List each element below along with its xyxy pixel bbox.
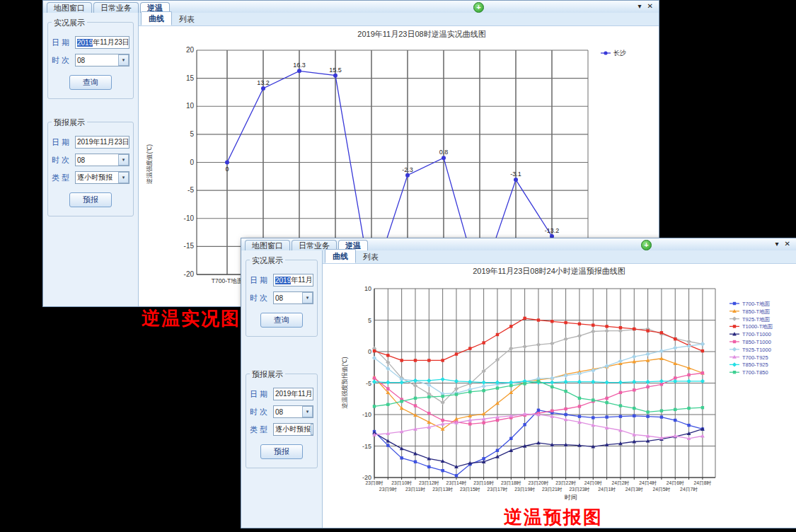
add-icon[interactable]: +: [641, 240, 652, 250]
svg-text:23日8时: 23日8时: [366, 480, 383, 486]
dropdown-icon[interactable]: ▾: [302, 406, 313, 417]
svg-text:24日1时: 24日1时: [598, 487, 616, 492]
live-display-group: 实况展示 日 期 2019年11月23日 ▴▾ ∨ 时 次 08 ▾: [246, 260, 318, 337]
svg-text:-15: -15: [184, 242, 195, 250]
svg-text:10: 10: [186, 102, 195, 110]
type-combo[interactable]: 逐小时预报 ▾: [273, 423, 313, 436]
forecast-button[interactable]: 预报: [260, 444, 303, 459]
hour-label: 时 次: [52, 55, 75, 66]
svg-text:23日11时: 23日11时: [405, 487, 425, 492]
dropdown-icon[interactable]: ▾: [311, 424, 313, 435]
hour-combo[interactable]: 08 ▾: [273, 291, 313, 304]
svg-text:23日15时: 23日15时: [460, 487, 480, 492]
svg-text:T700-T地面: T700-T地面: [742, 301, 771, 307]
svg-text:T700-T925: T700-T925: [742, 354, 768, 361]
date-value: 2019年11月23日: [275, 389, 313, 399]
svg-text:-15: -15: [362, 443, 371, 450]
dropdown-icon[interactable]: ▾: [118, 54, 129, 66]
svg-text:23日19时: 23日19时: [514, 487, 535, 492]
hour-label: 时 次: [250, 293, 273, 303]
chart-tabbar: 曲线 列表: [139, 13, 659, 26]
hour-combo[interactable]: 08 ▾: [75, 154, 129, 166]
date-field[interactable]: 2019年11月23日 ▴▾ ∨: [273, 388, 313, 400]
tab-daily-business[interactable]: 日常业务: [93, 2, 139, 13]
forecast-button[interactable]: 预报: [69, 192, 112, 207]
chart-tabbar: 曲线 列表: [323, 250, 796, 264]
date-field[interactable]: 2019年11月23日 ▴▾ ∨: [273, 274, 313, 287]
group-title: 预报展示: [52, 117, 87, 128]
hour-value: 08: [77, 57, 85, 64]
svg-text:23日23时: 23日23时: [570, 487, 590, 492]
close-icon[interactable]: ✕: [785, 240, 790, 248]
svg-text:T850-T地面: T850-T地面: [742, 308, 771, 315]
svg-text:T1000-T地面: T1000-T地面: [742, 323, 773, 330]
forecast-window-sidebar: 实况展示 日 期 2019年11月23日 ▴▾ ∨ 时 次 08 ▾: [241, 250, 323, 528]
svg-text:23日13时: 23日13时: [432, 487, 453, 492]
svg-text:23日20时: 23日20时: [529, 480, 549, 486]
group-title: 实况展示: [250, 255, 285, 266]
svg-text:-13.2: -13.2: [545, 227, 560, 234]
svg-text:24日2时: 24日2时: [611, 480, 629, 486]
type-combo[interactable]: 逐小时预报 ▾: [75, 171, 129, 184]
tab-list[interactable]: 列表: [356, 250, 386, 263]
svg-text:-5: -5: [188, 186, 194, 194]
window-menu-icon[interactable]: ▾: [775, 240, 779, 248]
svg-text:2019年11月23日08时24小时逆温预报曲线图: 2019年11月23日08时24小时逆温预报曲线图: [473, 267, 625, 275]
tab-map-window[interactable]: 地图窗口: [47, 2, 92, 13]
hour-combo[interactable]: 08 ▾: [75, 54, 129, 66]
svg-text:-20: -20: [184, 270, 195, 278]
svg-text:15: 15: [186, 74, 195, 82]
date-label: 日 期: [250, 275, 273, 286]
svg-text:24日4时: 24日4时: [639, 480, 657, 486]
caption-forecast: 逆温预报图: [504, 505, 603, 530]
svg-text:23日10时: 23日10时: [391, 480, 412, 486]
hour-combo[interactable]: 08 ▾: [273, 405, 313, 418]
live-window-tabstrip: 地图窗口 日常业务 逆温 + ▾ ✕: [43, 1, 659, 13]
add-icon[interactable]: +: [473, 2, 484, 13]
forecast-window-main: 曲线 列表 -20-15-10-505102019年11月23日08时24小时逆…: [323, 250, 796, 528]
tab-curve[interactable]: 曲线: [325, 249, 356, 263]
tab-map-window[interactable]: 地图窗口: [245, 240, 290, 250]
svg-text:5: 5: [368, 317, 371, 324]
svg-text:23日16时: 23日16时: [473, 480, 494, 486]
svg-text:逆温强度预报值(℃): 逆温强度预报值(℃): [341, 357, 348, 408]
svg-text:2019年11月23日08时逆温实况曲线图: 2019年11月23日08时逆温实况曲线图: [357, 30, 485, 38]
date-field[interactable]: 2019年11月23日 ▴▾ ∨: [75, 136, 129, 149]
date-field[interactable]: 2019年11月23日 ▴▾ ∨: [75, 36, 129, 49]
svg-text:24日7时: 24日7时: [680, 487, 698, 492]
svg-text:-10: -10: [362, 411, 371, 418]
date-rest-text: 年11月23日: [291, 275, 313, 285]
dropdown-icon[interactable]: ▾: [302, 292, 313, 303]
svg-text:T925-T地面: T925-T地面: [742, 316, 771, 323]
tab-curve[interactable]: 曲线: [141, 11, 172, 25]
window-menu-icon[interactable]: ▾: [638, 2, 642, 10]
dropdown-icon[interactable]: ▾: [118, 154, 129, 166]
forecast-display-group: 预报展示 日 期 2019年11月23日 ▴▾ ∨ 时 次 08 ▾: [47, 122, 134, 216]
date-selected-text: 2019: [275, 277, 291, 284]
group-title: 预报展示: [250, 369, 285, 380]
date-rest-text: 年11月23日: [93, 37, 129, 47]
forecast-display-group: 预报展示 日 期 2019年11月23日 ▴▾ ∨ 时 次 08 ▾: [246, 374, 318, 468]
query-button[interactable]: 查询: [260, 313, 303, 328]
svg-text:-5: -5: [366, 380, 371, 387]
svg-text:-2.3: -2.3: [402, 166, 413, 173]
tab-list[interactable]: 列表: [172, 13, 202, 25]
date-label: 日 期: [52, 137, 75, 148]
live-window-sidebar: 实况展示 日 期 2019年11月23日 ▴▾ ∨ 时 次 08 ▾: [43, 13, 139, 306]
query-button[interactable]: 查询: [69, 75, 112, 90]
svg-text:T850-T925: T850-T925: [742, 362, 768, 368]
forecast-chart: -20-15-10-505102019年11月23日08时24小时逆温预报曲线图…: [323, 264, 796, 528]
svg-text:24日6时: 24日6时: [667, 480, 684, 486]
hour-value: 08: [275, 294, 283, 302]
dropdown-icon[interactable]: ▾: [118, 172, 129, 183]
svg-text:T700-T1000: T700-T1000: [742, 331, 771, 337]
date-label: 日 期: [52, 37, 75, 48]
type-value: 逐小时预报: [77, 173, 113, 183]
svg-text:-3.1: -3.1: [510, 170, 521, 178]
type-label: 类 型: [250, 424, 273, 435]
svg-text:-10: -10: [184, 214, 195, 222]
svg-text:15.5: 15.5: [329, 66, 342, 74]
svg-text:23日9时: 23日9时: [379, 487, 397, 492]
svg-text:时间: 时间: [565, 494, 577, 501]
close-icon[interactable]: ✕: [647, 2, 653, 10]
